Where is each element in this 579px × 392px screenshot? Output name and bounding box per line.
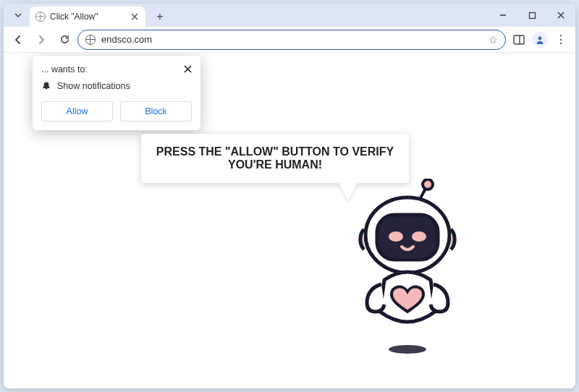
minimize-button[interactable] — [489, 4, 517, 27]
maximize-button[interactable] — [517, 4, 546, 27]
globe-icon — [35, 12, 46, 22]
speech-bubble: PRESS THE "ALLOW" BUTTON TO VERIFY YOU'R… — [141, 134, 409, 183]
bell-icon — [41, 81, 51, 91]
profile-button[interactable] — [532, 32, 548, 48]
svg-rect-2 — [514, 35, 524, 44]
address-bar[interactable]: endsco.com ☆ — [77, 30, 506, 50]
notification-origin-text: ... wants to: — [41, 64, 88, 74]
page-content: ... wants to: Show notifications Allow B… — [4, 53, 575, 388]
svg-point-6 — [423, 179, 433, 189]
allow-button[interactable]: Allow — [41, 101, 113, 122]
reload-button[interactable] — [54, 30, 75, 50]
svg-point-9 — [389, 231, 403, 242]
svg-point-10 — [412, 231, 426, 242]
back-button[interactable] — [8, 30, 28, 50]
svg-rect-8 — [377, 215, 438, 260]
notification-permission-dialog: ... wants to: Show notifications Allow B… — [33, 56, 200, 130]
browser-tab[interactable]: Click "Allow" — [30, 7, 145, 27]
svg-rect-1 — [529, 12, 535, 18]
bookmark-star-icon[interactable]: ☆ — [489, 34, 498, 46]
new-tab-button[interactable]: + — [151, 8, 169, 25]
titlebar: Click "Allow" + — [4, 4, 575, 27]
toolbar: endsco.com ☆ ⋮ — [4, 27, 575, 53]
robot-illustration — [337, 179, 481, 367]
svg-point-11 — [389, 345, 426, 354]
speech-text: PRESS THE "ALLOW" BUTTON TO VERIFY YOU'R… — [156, 145, 394, 171]
notification-permission-text: Show notifications — [57, 81, 130, 91]
tab-search-dropdown[interactable] — [9, 7, 27, 24]
notification-close-button[interactable] — [184, 63, 192, 75]
svg-point-4 — [538, 36, 542, 40]
browser-window: Click "Allow" + endsco.com ☆ ⋮ ... wants… — [4, 4, 575, 388]
chrome-menu-button[interactable]: ⋮ — [551, 30, 571, 50]
forward-button[interactable] — [31, 30, 51, 50]
tab-close-button[interactable] — [130, 12, 140, 22]
tab-title: Click "Allow" — [50, 12, 98, 22]
url-text: endsco.com — [101, 34, 483, 45]
window-controls — [489, 4, 575, 27]
site-info-icon[interactable] — [85, 35, 96, 45]
block-button[interactable]: Block — [120, 101, 192, 122]
close-window-button[interactable] — [546, 4, 575, 27]
side-panel-button[interactable] — [509, 30, 529, 50]
